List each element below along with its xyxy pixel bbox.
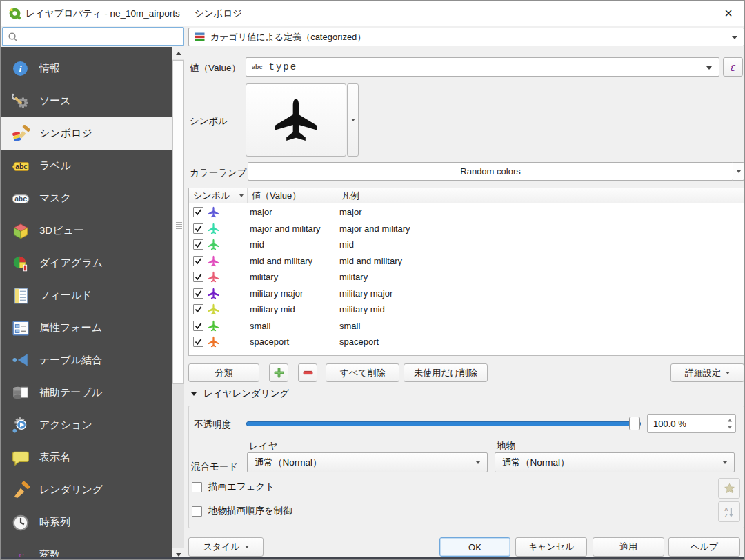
scroll-up-button[interactable]	[172, 47, 184, 59]
scrollbar-thumb[interactable]	[172, 60, 184, 384]
draw-effects-row: 描画エフェクト	[192, 481, 275, 493]
sidebar-item-symbology[interactable]: シンボロジ	[1, 117, 172, 150]
sidebar-item-temporal[interactable]: 時系列	[1, 506, 172, 539]
opacity-slider-handle[interactable]	[629, 417, 640, 430]
row-visibility-checkbox[interactable]	[193, 321, 203, 331]
cancel-button[interactable]: キャンセル	[515, 537, 587, 557]
label-abc-icon: abc	[11, 157, 30, 175]
search-box[interactable]	[2, 27, 184, 46]
table-row[interactable]: military mid military mid	[189, 301, 744, 317]
layer-rendering-header[interactable]: レイヤレンダリング	[191, 388, 289, 400]
row-visibility-checkbox[interactable]	[193, 207, 203, 217]
chevron-down-icon	[351, 119, 355, 121]
sidebar-item-actions[interactable]: アクション	[1, 409, 172, 441]
style-menu-button[interactable]: スタイル	[188, 537, 264, 557]
checkmark-icon	[194, 208, 203, 217]
table-row[interactable]: mid and military mid and military	[189, 253, 744, 269]
layer-blend-mode-select[interactable]: 通常（Normal）	[247, 452, 488, 472]
chevron-down-icon	[726, 372, 730, 374]
expression-builder-button[interactable]: ε	[723, 57, 743, 77]
sidebar-item-attributes-form[interactable]: 属性フォーム	[1, 312, 172, 344]
delete-all-button[interactable]: すべて削除	[326, 363, 399, 382]
az-sort-icon: AZ	[723, 506, 736, 519]
sort-order-button[interactable]: AZ	[718, 501, 740, 522]
checkmark-icon	[194, 321, 203, 330]
sidebar-item-masks[interactable]: abc マスク	[1, 182, 172, 214]
symbol-dropdown-button[interactable]	[347, 83, 359, 157]
column-header-legend[interactable]: 凡例	[337, 188, 744, 203]
delete-unused-button[interactable]: 未使用だけ削除	[404, 363, 488, 382]
table-row[interactable]: spaceport spaceport	[189, 334, 744, 350]
fields-list-icon	[11, 286, 30, 305]
opacity-slider[interactable]	[246, 421, 641, 426]
airplane-symbol	[208, 303, 219, 315]
layer-properties-dialog: レイヤプロパティ - ne_10m_airports — シンボロジ × i 情…	[0, 0, 745, 560]
remove-category-button[interactable]	[298, 363, 317, 382]
renderer-type-value: カテゴリ値による定義（categorized）	[210, 31, 366, 43]
sidebar-item-information[interactable]: i 情報	[1, 52, 172, 85]
search-icon	[8, 32, 18, 42]
ok-button[interactable]: OK	[439, 537, 510, 557]
info-icon: i	[11, 59, 30, 78]
sidebar-item-labels[interactable]: abc ラベル	[1, 150, 172, 182]
advanced-button[interactable]: 詳細設定	[670, 363, 744, 382]
effects-options-button[interactable]	[718, 478, 740, 499]
speech-bubble-icon	[11, 448, 30, 467]
column-header-value[interactable]: 値（Value）	[248, 188, 337, 203]
checkmark-icon	[194, 337, 203, 346]
sidebar-item-auxiliary-storage[interactable]: 補助テーブル	[1, 377, 172, 409]
color-ramp-button[interactable]: Random colors	[248, 162, 733, 181]
table-row[interactable]: military major military major	[189, 286, 744, 301]
row-visibility-checkbox[interactable]	[193, 288, 203, 299]
draw-effects-checkbox[interactable]	[192, 482, 202, 492]
window-bottom-edge	[1, 557, 745, 560]
airplane-symbol	[208, 271, 219, 283]
table-row[interactable]: mid mid	[189, 237, 744, 252]
table-row[interactable]: small small	[189, 318, 744, 334]
apply-button[interactable]: 適用	[593, 537, 664, 557]
feature-blend-mode-select[interactable]: 通常（Normal）	[495, 452, 735, 472]
value-field-combo[interactable]: abc type	[246, 57, 719, 77]
feature-order-checkbox[interactable]	[192, 506, 202, 517]
color-ramp-dropdown[interactable]	[733, 162, 744, 181]
row-visibility-checkbox[interactable]	[193, 272, 203, 282]
row-visibility-checkbox[interactable]	[193, 239, 203, 250]
classify-button[interactable]: 分類	[188, 363, 259, 382]
minus-icon	[302, 367, 314, 379]
table-row[interactable]: military military	[189, 269, 744, 285]
airplane-symbol	[208, 288, 219, 299]
draw-effects-label: 描画エフェクト	[208, 481, 275, 493]
categories-table: シンボル 値（Value） 凡例 major major major and m…	[188, 188, 744, 356]
svg-text:abc: abc	[14, 195, 27, 203]
close-button[interactable]: ×	[711, 1, 745, 26]
sidebar-item-3d-view[interactable]: 3Dビュー	[1, 214, 172, 247]
search-input[interactable]	[21, 32, 183, 42]
paintbrush-symbology-icon	[11, 124, 30, 143]
sidebar-item-joins[interactable]: テーブル結合	[1, 344, 172, 377]
spinner-buttons[interactable]	[724, 415, 735, 432]
sidebar-item-source[interactable]: ソース	[1, 85, 172, 117]
opacity-spinbox[interactable]: 100.0 %	[647, 414, 736, 433]
row-visibility-checkbox[interactable]	[193, 304, 203, 314]
sidebar-item-display[interactable]: 表示名	[1, 441, 172, 474]
symbol-preview-button[interactable]	[246, 83, 346, 157]
row-visibility-checkbox[interactable]	[193, 256, 203, 266]
row-visibility-checkbox[interactable]	[193, 337, 203, 347]
column-header-symbol[interactable]: シンボル	[189, 188, 248, 203]
checkmark-icon	[194, 257, 203, 266]
sidebar-item-diagrams[interactable]: ダイアグラム	[1, 247, 172, 279]
sidebar-item-rendering[interactable]: レンダリング	[1, 474, 172, 506]
renderer-type-combo[interactable]: カテゴリ値による定義（categorized）	[188, 28, 744, 46]
collapse-arrow-icon	[191, 392, 197, 396]
row-visibility-checkbox[interactable]	[193, 223, 203, 234]
help-button[interactable]: ヘルプ	[668, 537, 740, 557]
blend-feature-column-label: 地物	[497, 440, 515, 452]
table-row[interactable]: major and military major and military	[189, 221, 744, 237]
table-row[interactable]: major major	[189, 204, 744, 220]
database-page-icon	[11, 383, 30, 402]
add-category-button[interactable]	[269, 363, 288, 382]
airplane-symbol	[208, 320, 219, 332]
sidebar-scrollbar[interactable]	[172, 47, 184, 560]
sidebar-item-fields[interactable]: フィールド	[1, 279, 172, 312]
mask-abc-icon: abc	[11, 189, 30, 208]
